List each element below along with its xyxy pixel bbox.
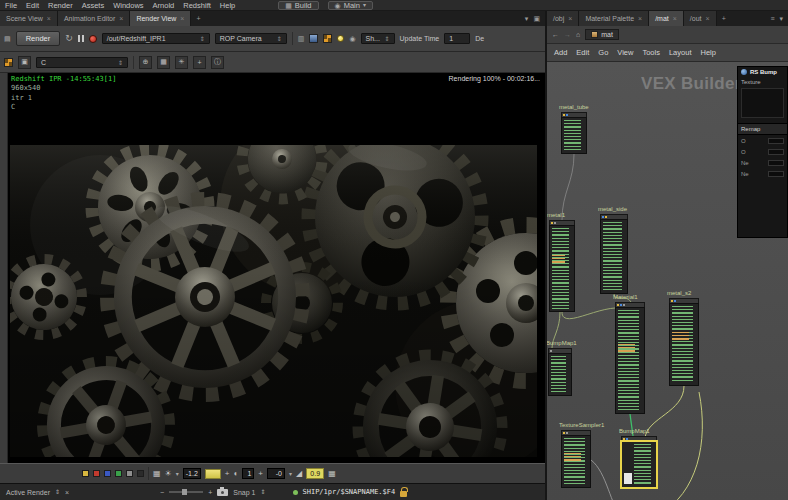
swatch-yellow[interactable] bbox=[82, 470, 89, 477]
menu-help[interactable]: Help bbox=[220, 1, 235, 10]
snapshot-path[interactable]: SHIP/1pr/$SNAPNAME.$F4 bbox=[303, 488, 396, 496]
tab-mat[interactable]: /mat × bbox=[649, 11, 684, 26]
close-icon[interactable]: × bbox=[706, 15, 710, 22]
stop-button[interactable] bbox=[89, 35, 97, 43]
rop-selector[interactable]: /out/Redshift_IPR1 ⇕ bbox=[102, 33, 210, 44]
swatch-red[interactable] bbox=[93, 470, 100, 477]
background-icon[interactable] bbox=[4, 58, 13, 67]
tab-animation-editor[interactable]: Animation Editor × bbox=[58, 11, 130, 26]
node-material1[interactable]: Material1 bbox=[615, 302, 645, 414]
pane-splitter[interactable] bbox=[545, 11, 547, 500]
lightbulb-icon[interactable] bbox=[337, 35, 344, 42]
node-texturesampler1[interactable]: TextureSampler1 bbox=[561, 430, 591, 488]
shader-selector[interactable]: Sh... ⇕ bbox=[361, 33, 395, 44]
contrast-value[interactable]: 1 bbox=[242, 468, 254, 479]
render-button[interactable]: Render bbox=[16, 31, 61, 46]
film-icon[interactable]: ▥ bbox=[298, 35, 305, 42]
close-icon[interactable]: × bbox=[638, 15, 642, 22]
eyedropper-icon[interactable]: ◉ bbox=[349, 35, 355, 42]
lock-icon[interactable] bbox=[400, 491, 407, 497]
new-tab-button[interactable]: + bbox=[191, 11, 205, 26]
info-button[interactable]: ⓘ bbox=[211, 56, 224, 69]
param-input[interactable] bbox=[768, 160, 784, 166]
netmenu-edit[interactable]: Edit bbox=[576, 48, 589, 57]
close-icon[interactable]: × bbox=[180, 15, 184, 22]
netmenu-add[interactable]: Add bbox=[554, 48, 567, 57]
crosshair-button[interactable]: + bbox=[193, 56, 206, 69]
netmenu-view[interactable]: View bbox=[617, 48, 633, 57]
param-input[interactable] bbox=[768, 149, 784, 155]
network-canvas[interactable]: VEX Builder metal_tube metal1 bbox=[547, 62, 788, 500]
node-metal-side[interactable]: metal_side bbox=[600, 214, 628, 294]
node-bumpmap1-selected[interactable]: BumpMap1 bbox=[621, 436, 657, 488]
contrast-icon[interactable]: ◐ bbox=[233, 469, 238, 478]
crosshair-icon[interactable]: + bbox=[258, 469, 263, 478]
menu-windows[interactable]: Windows bbox=[113, 1, 143, 10]
netmenu-tools[interactable]: Tools bbox=[642, 48, 660, 57]
close-icon[interactable]: × bbox=[47, 15, 51, 22]
camera-selector[interactable]: ROP Camera ⇕ bbox=[215, 33, 287, 44]
home-icon[interactable]: ⌂ bbox=[576, 31, 580, 38]
close-icon[interactable]: × bbox=[65, 489, 69, 496]
menu-edit[interactable]: Edit bbox=[26, 1, 39, 10]
tab-scene-view[interactable]: Scene View × bbox=[0, 11, 58, 26]
zoom-slider-thumb[interactable] bbox=[182, 489, 187, 495]
tab-render-view[interactable]: Render View × bbox=[130, 11, 191, 26]
forward-icon[interactable]: → bbox=[564, 31, 571, 38]
caret-down-icon[interactable]: ▾ bbox=[779, 15, 783, 23]
zoom-out-button[interactable]: − bbox=[160, 489, 164, 496]
close-icon[interactable]: × bbox=[119, 15, 123, 22]
gamma-icon[interactable]: ◢ bbox=[296, 469, 302, 478]
network-breadcrumb[interactable]: mat bbox=[585, 29, 619, 40]
snapshot-button[interactable]: ✳ bbox=[175, 56, 188, 69]
node-metal1[interactable]: metal1 bbox=[549, 220, 575, 312]
texture-field[interactable] bbox=[741, 88, 784, 118]
menu-redshift[interactable]: Redshift bbox=[183, 1, 211, 10]
netmenu-help[interactable]: Help bbox=[700, 48, 715, 57]
checker-icon[interactable] bbox=[323, 34, 332, 43]
tab-out[interactable]: /out × bbox=[684, 11, 717, 26]
active-render-selector[interactable]: Active Render bbox=[6, 489, 50, 496]
display-options-button[interactable]: ▣ bbox=[18, 56, 31, 69]
swatch-blue[interactable] bbox=[104, 470, 111, 477]
offset-value[interactable]: -0 bbox=[267, 468, 285, 479]
exposure-icon[interactable]: ☀ bbox=[165, 469, 172, 478]
menu-render[interactable]: Render bbox=[48, 1, 73, 10]
close-icon[interactable]: × bbox=[568, 15, 572, 22]
update-time-input[interactable]: 1 bbox=[444, 33, 470, 44]
zoom-slider[interactable] bbox=[169, 491, 203, 493]
swatch-dark[interactable] bbox=[137, 470, 144, 477]
main-desktop-selector[interactable]: ◉ Main ▾ bbox=[328, 1, 373, 10]
gamma-value[interactable]: 0.9 bbox=[306, 468, 324, 479]
param-input[interactable] bbox=[768, 138, 784, 144]
exposure-value[interactable]: -1.2 bbox=[183, 468, 201, 479]
region-icon[interactable] bbox=[309, 34, 318, 43]
grid-icon[interactable]: ▦ bbox=[153, 469, 161, 478]
new-tab-button[interactable]: + bbox=[717, 11, 731, 26]
swatch-green[interactable] bbox=[115, 470, 122, 477]
render-viewport[interactable]: Redshift IPR -14:55:43[1] 960x540 itr 1 … bbox=[8, 73, 545, 463]
camera-icon[interactable] bbox=[217, 489, 228, 496]
pane-menu-icon[interactable]: ≡ bbox=[770, 15, 774, 22]
back-icon[interactable]: ← bbox=[552, 31, 559, 38]
parameter-panel-header[interactable]: RS Bump bbox=[738, 67, 787, 77]
remap-section-header[interactable]: Remap bbox=[738, 123, 787, 135]
exposure-slider[interactable] bbox=[205, 469, 221, 479]
build-shelf-selector[interactable]: ▦ Build bbox=[278, 1, 318, 10]
netmenu-layout[interactable]: Layout bbox=[669, 48, 692, 57]
options-icon[interactable]: ▤ bbox=[4, 35, 11, 42]
pane-maximize-icon[interactable]: ▣ bbox=[533, 15, 540, 23]
tab-obj[interactable]: /obj × bbox=[547, 11, 579, 26]
zoom-in-button[interactable]: + bbox=[208, 489, 212, 496]
grid-button[interactable]: ▦ bbox=[157, 56, 170, 69]
channel-selector[interactable]: C ⇕ bbox=[36, 57, 128, 68]
swatch-gray[interactable] bbox=[126, 470, 133, 477]
close-icon[interactable]: × bbox=[673, 15, 677, 22]
pause-button[interactable] bbox=[78, 35, 84, 42]
caret-down-icon[interactable]: ▾ bbox=[525, 15, 529, 23]
netmenu-go[interactable]: Go bbox=[598, 48, 608, 57]
param-input[interactable] bbox=[768, 171, 784, 177]
refresh-icon[interactable]: ↻ bbox=[65, 34, 73, 43]
zoom-button[interactable]: ⊕ bbox=[139, 56, 152, 69]
snapshot-selector[interactable]: Snap 1 bbox=[233, 489, 255, 496]
